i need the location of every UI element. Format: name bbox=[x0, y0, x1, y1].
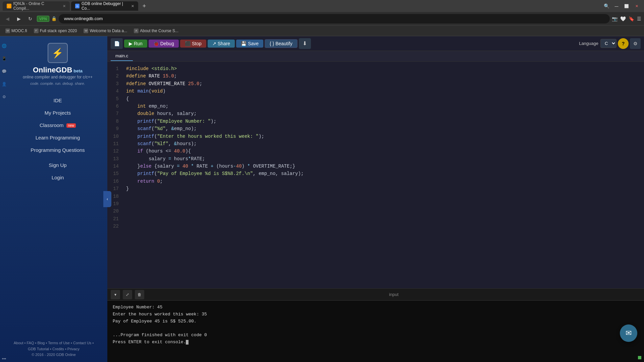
help-button[interactable]: ? bbox=[618, 38, 629, 49]
code-line-1: #include <stdio.h> bbox=[126, 65, 639, 72]
tab1-favicon: C bbox=[7, 4, 11, 8]
bookmark-course-icon: A bbox=[134, 28, 139, 33]
nav-item-myprojects[interactable]: My Projects bbox=[11, 107, 104, 119]
sidebar-content: ⚡ OnlineGDB beta online compiler and deb… bbox=[8, 36, 107, 336]
console-area: ▾ ⤢ 🗑 input Employee Number: 45 Enter th… bbox=[107, 288, 644, 362]
footer-links1: About • FAQ • Blog • Terms of Use • Cont… bbox=[7, 340, 101, 346]
heart-icon[interactable]: 🤍 bbox=[620, 16, 626, 21]
nav-item-classroom[interactable]: Classroom new bbox=[11, 119, 104, 131]
bookmark-fullstack[interactable]: F Full stack open 2020 bbox=[31, 28, 80, 34]
console-line-1: Employee Number: 45 bbox=[113, 304, 639, 311]
debug-icon: 🐞 bbox=[153, 41, 159, 46]
tab2-favicon: G bbox=[75, 4, 79, 8]
tab-c-compiler[interactable]: C fQf4Jk - Online C Compil... ✕ bbox=[3, 1, 70, 11]
nav-item-signup[interactable]: Sign Up bbox=[11, 159, 104, 171]
code-content[interactable]: #include <stdio.h> #define RATE 15.0; #d… bbox=[121, 62, 644, 288]
bookmark-mooc-icon: M bbox=[5, 28, 10, 33]
minimize-button[interactable]: — bbox=[612, 1, 621, 11]
bookmark-mooc[interactable]: M MOOC.fi bbox=[3, 28, 30, 34]
search-button[interactable]: 🔍 bbox=[602, 1, 611, 11]
file-icon-button[interactable]: 📄 bbox=[111, 38, 123, 49]
share-label: Share bbox=[218, 41, 230, 46]
bookmark-data-icon: W bbox=[84, 28, 88, 33]
sidebar-left-icons: 🌐 📱 💬 👤 ⚙ ••• bbox=[0, 36, 8, 362]
browser-right-icons: 📷 🤍 🔖 ☰ bbox=[612, 16, 641, 21]
console-line-4 bbox=[113, 325, 639, 332]
beautify-label: { } Beautify bbox=[270, 41, 292, 46]
console-line-3: Pay of Employee 45 is S$ 525.00. bbox=[113, 318, 639, 325]
address-bar[interactable] bbox=[59, 14, 610, 23]
editor-area: 📄 ▶ Run 🐞 Debug ⬛ Stop ↗ Share 💾 Save bbox=[107, 36, 644, 362]
nav-item-login[interactable]: Login bbox=[11, 171, 104, 184]
code-line-13: scanf("%lf", &hours); bbox=[126, 140, 639, 147]
bookmark-mooc-label: MOOC.fi bbox=[11, 28, 27, 33]
code-line-19: printf("Pay of Employee %d is S$%8.2f.\n… bbox=[126, 170, 639, 177]
nav-item-questions[interactable]: Programming Questions bbox=[11, 144, 104, 156]
stop-button[interactable]: ⬛ Stop bbox=[180, 40, 206, 48]
bookmark-data[interactable]: W Welcome to Data a... bbox=[81, 28, 130, 34]
share-button[interactable]: ↗ Share bbox=[208, 40, 235, 48]
language-select[interactable]: C bbox=[600, 39, 616, 48]
window-controls: 🔍 — ⬜ ✕ bbox=[602, 1, 641, 11]
reload-button[interactable]: ↻ bbox=[25, 14, 35, 23]
forward-button[interactable]: ▶ bbox=[14, 14, 23, 23]
bookmark-icon[interactable]: 🔖 bbox=[629, 16, 634, 21]
new-tab-button[interactable]: + bbox=[140, 1, 149, 11]
browser-navbar: ◀ ▶ ↻ VPN 🔒 📷 🤍 🔖 ☰ bbox=[0, 12, 644, 25]
tab-gdb-debugger[interactable]: G GDB online Debugger | Co... ✕ bbox=[71, 1, 138, 11]
footer-links2: GDB Tutorial • Credits • Privacy bbox=[7, 346, 101, 352]
stop-icon: ⬛ bbox=[185, 41, 191, 46]
code-line-11: scanf("%d", &emp_no); bbox=[126, 125, 639, 132]
logo-beta: beta bbox=[73, 68, 83, 73]
console-line-5: ...Program finished with exit code 0 bbox=[113, 332, 639, 339]
beautify-button[interactable]: { } Beautify bbox=[265, 39, 298, 48]
close-button[interactable]: ✕ bbox=[632, 1, 641, 11]
save-label: Save bbox=[248, 41, 259, 46]
code-tab-main[interactable]: main.c bbox=[111, 51, 133, 61]
sidebar-icon-dots[interactable]: ••• bbox=[1, 356, 7, 362]
classroom-badge: new bbox=[66, 123, 76, 128]
code-line-6: { bbox=[126, 95, 639, 103]
menu-icon[interactable]: ☰ bbox=[637, 16, 641, 21]
lock-icon: 🔒 bbox=[51, 16, 57, 21]
console-btn-dropdown[interactable]: ▾ bbox=[111, 290, 120, 299]
sidebar-icon-globe[interactable]: 🌐 bbox=[1, 43, 7, 49]
sidebar-icon-user[interactable]: 👤 bbox=[1, 81, 7, 87]
browser-titlebar: C fQf4Jk - Online C Compil... ✕ G GDB on… bbox=[0, 0, 644, 12]
code-editor[interactable]: 12345 678910 1112131415 1617181920 2122 … bbox=[107, 62, 644, 288]
logo-icon: ⚡ bbox=[48, 43, 68, 63]
sidebar-icon-chat[interactable]: 💬 bbox=[1, 68, 7, 74]
tab2-close[interactable]: ✕ bbox=[131, 4, 134, 8]
console-line-6: Press ENTER to exit console. bbox=[113, 339, 639, 346]
tab1-close[interactable]: ✕ bbox=[63, 4, 66, 8]
console-btn-clear[interactable]: 🗑 bbox=[135, 290, 144, 299]
sidebar-collapse-button[interactable]: ‹ bbox=[103, 191, 111, 207]
bookmark-fullstack-icon: F bbox=[34, 28, 39, 33]
console-output[interactable]: Employee Number: 45 Enter the hours work… bbox=[107, 301, 644, 362]
vpn-badge: VPN bbox=[37, 16, 49, 22]
sidebar-footer: About • FAQ • Blog • Terms of Use • Cont… bbox=[0, 336, 107, 362]
code-line-8: double hours, salary; bbox=[126, 110, 639, 117]
sidebar-icon-settings[interactable]: ⚙ bbox=[1, 94, 7, 100]
sidebar-icon-whatsapp[interactable]: 📱 bbox=[1, 56, 7, 62]
console-btn-resize[interactable]: ⤢ bbox=[123, 290, 132, 299]
download-button[interactable]: ⬇ bbox=[299, 38, 311, 49]
logo-area: ⚡ OnlineGDB beta online compiler and deb… bbox=[23, 43, 93, 85]
logo-subtitle: online compiler and debugger for c/c++ bbox=[23, 74, 93, 80]
back-button[interactable]: ◀ bbox=[3, 14, 12, 23]
settings-button[interactable]: ⚙ bbox=[630, 38, 641, 49]
chat-icon: ✉ bbox=[626, 329, 632, 338]
nav-item-ide[interactable]: IDE bbox=[11, 94, 104, 107]
debug-button[interactable]: 🐞 Debug bbox=[149, 40, 179, 48]
run-button[interactable]: ▶ Run bbox=[124, 40, 147, 48]
browser-chrome: C fQf4Jk - Online C Compil... ✕ G GDB on… bbox=[0, 0, 644, 36]
save-button[interactable]: 💾 Save bbox=[236, 40, 263, 48]
bookmark-course[interactable]: A About the Course S... bbox=[131, 28, 181, 34]
camera-icon[interactable]: 📷 bbox=[612, 16, 618, 21]
maximize-button[interactable]: ⬜ bbox=[622, 1, 631, 11]
console-press-enter: Press ENTER to exit console. bbox=[113, 340, 186, 345]
code-line-5: int main(void) bbox=[126, 87, 639, 95]
nav-item-learn[interactable]: Learn Programming bbox=[11, 131, 104, 144]
chat-button[interactable]: ✉ bbox=[620, 324, 637, 342]
console-cursor bbox=[186, 340, 189, 345]
